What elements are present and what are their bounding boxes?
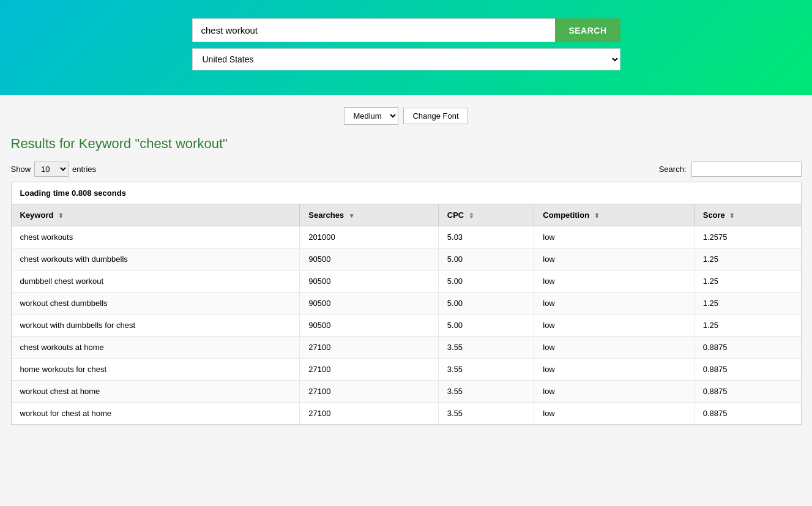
loading-bar: Loading time 0.808 seconds bbox=[12, 182, 801, 204]
cell-score: 0.8875 bbox=[694, 381, 800, 403]
cell-competition: low bbox=[534, 403, 694, 425]
cell-searches: 90500 bbox=[300, 248, 439, 270]
cell-cpc: 5.00 bbox=[438, 314, 534, 337]
cell-cpc: 5.00 bbox=[438, 270, 534, 292]
cell-competition: low bbox=[534, 314, 694, 337]
cell-keyword: chest workouts with dumbbells bbox=[12, 248, 300, 270]
entries-select[interactable]: 10 25 50 100 bbox=[34, 162, 69, 177]
table-row: dumbbell chest workout 90500 5.00 low 1.… bbox=[12, 270, 801, 292]
col-searches[interactable]: Searches ▼ bbox=[300, 204, 439, 226]
cell-score: 1.25 bbox=[694, 314, 800, 337]
col-cpc-sort-icon: ⇕ bbox=[469, 212, 474, 219]
country-select[interactable]: United States United Kingdom Canada Aust… bbox=[192, 48, 620, 70]
cell-searches: 90500 bbox=[300, 314, 439, 337]
cell-searches: 90500 bbox=[300, 270, 439, 292]
cell-keyword: workout chest at home bbox=[12, 381, 300, 403]
main-content: Small Medium Large Change Font Results f… bbox=[2, 95, 810, 437]
entries-label: entries bbox=[72, 165, 96, 174]
cell-score: 1.2575 bbox=[694, 226, 800, 248]
cell-keyword: home workouts for chest bbox=[12, 359, 300, 381]
cell-score: 0.8875 bbox=[694, 359, 800, 381]
table-row: workout for chest at home 27100 3.55 low… bbox=[12, 403, 801, 425]
table-row: home workouts for chest 27100 3.55 low 0… bbox=[12, 359, 801, 381]
cell-searches: 201000 bbox=[300, 226, 439, 248]
table-search-control: Search: bbox=[659, 162, 802, 177]
cell-keyword: workout for chest at home bbox=[12, 403, 300, 425]
cell-score: 1.25 bbox=[694, 292, 800, 314]
cell-cpc: 3.55 bbox=[438, 359, 534, 381]
table-row: chest workouts 201000 5.03 low 1.2575 bbox=[12, 226, 801, 248]
cell-searches: 27100 bbox=[300, 359, 439, 381]
table-row: workout chest dumbbells 90500 5.00 low 1… bbox=[12, 292, 801, 314]
cell-cpc: 3.55 bbox=[438, 403, 534, 425]
cell-competition: low bbox=[534, 292, 694, 314]
col-competition-sort-icon: ⇕ bbox=[594, 212, 599, 219]
col-searches-sort-icon: ▼ bbox=[349, 212, 355, 219]
cell-searches: 27100 bbox=[300, 381, 439, 403]
search-input[interactable] bbox=[192, 18, 556, 42]
table-header-row: Keyword ⇕ Searches ▼ CPC ⇕ Competition ⇕ bbox=[12, 204, 801, 226]
cell-keyword: dumbbell chest workout bbox=[12, 270, 300, 292]
cell-searches: 90500 bbox=[300, 292, 439, 314]
cell-cpc: 3.55 bbox=[438, 381, 534, 403]
cell-keyword: chest workouts bbox=[12, 226, 300, 248]
col-cpc[interactable]: CPC ⇕ bbox=[438, 204, 534, 226]
table-header: Keyword ⇕ Searches ▼ CPC ⇕ Competition ⇕ bbox=[12, 204, 801, 226]
cell-competition: low bbox=[534, 270, 694, 292]
cell-cpc: 5.00 bbox=[438, 248, 534, 270]
col-score-label: Score bbox=[703, 210, 725, 220]
table-row: chest workouts with dumbbells 90500 5.00… bbox=[12, 248, 801, 270]
cell-competition: low bbox=[534, 359, 694, 381]
table-row: workout with dumbbells for chest 90500 5… bbox=[12, 314, 801, 337]
data-table-wrapper: Loading time 0.808 seconds Keyword ⇕ Sea… bbox=[11, 182, 802, 425]
cell-cpc: 5.00 bbox=[438, 292, 534, 314]
cell-searches: 27100 bbox=[300, 337, 439, 359]
font-size-select[interactable]: Small Medium Large bbox=[344, 107, 398, 125]
cell-competition: low bbox=[534, 248, 694, 270]
table-row: chest workouts at home 27100 3.55 low 0.… bbox=[12, 337, 801, 359]
table-body: chest workouts 201000 5.03 low 1.2575 ch… bbox=[12, 226, 801, 425]
cell-cpc: 3.55 bbox=[438, 337, 534, 359]
col-score[interactable]: Score ⇕ bbox=[694, 204, 800, 226]
cell-cpc: 5.03 bbox=[438, 226, 534, 248]
cell-competition: low bbox=[534, 337, 694, 359]
font-controls: Small Medium Large Change Font bbox=[11, 107, 802, 125]
change-font-button[interactable]: Change Font bbox=[403, 108, 467, 124]
cell-searches: 27100 bbox=[300, 403, 439, 425]
col-keyword[interactable]: Keyword ⇕ bbox=[12, 204, 300, 226]
cell-score: 1.25 bbox=[694, 248, 800, 270]
cell-score: 0.8875 bbox=[694, 403, 800, 425]
col-keyword-sort-icon: ⇕ bbox=[58, 212, 63, 219]
show-entries-control: Show 10 25 50 100 entries bbox=[11, 162, 97, 177]
header-section: SEARCH United States United Kingdom Cana… bbox=[0, 0, 812, 95]
table-controls-top: Show 10 25 50 100 entries Search: bbox=[11, 162, 802, 177]
col-keyword-label: Keyword bbox=[20, 210, 54, 220]
col-competition[interactable]: Competition ⇕ bbox=[534, 204, 694, 226]
results-table: Keyword ⇕ Searches ▼ CPC ⇕ Competition ⇕ bbox=[12, 204, 801, 425]
col-score-sort-icon: ⇕ bbox=[729, 212, 734, 219]
table-row: workout chest at home 27100 3.55 low 0.8… bbox=[12, 381, 801, 403]
cell-keyword: chest workouts at home bbox=[12, 337, 300, 359]
search-row: SEARCH bbox=[192, 18, 620, 42]
col-searches-label: Searches bbox=[308, 210, 344, 220]
cell-score: 1.25 bbox=[694, 270, 800, 292]
cell-keyword: workout with dumbbells for chest bbox=[12, 314, 300, 337]
show-label: Show bbox=[11, 165, 31, 174]
cell-competition: low bbox=[534, 381, 694, 403]
table-search-input[interactable] bbox=[691, 162, 802, 177]
table-search-label: Search: bbox=[659, 165, 687, 174]
cell-keyword: workout chest dumbbells bbox=[12, 292, 300, 314]
search-button[interactable]: SEARCH bbox=[555, 18, 620, 42]
col-competition-label: Competition bbox=[543, 210, 589, 220]
cell-competition: low bbox=[534, 226, 694, 248]
col-cpc-label: CPC bbox=[447, 210, 464, 220]
results-title: Results for Keyword "chest workout" bbox=[11, 136, 802, 152]
cell-score: 0.8875 bbox=[694, 337, 800, 359]
